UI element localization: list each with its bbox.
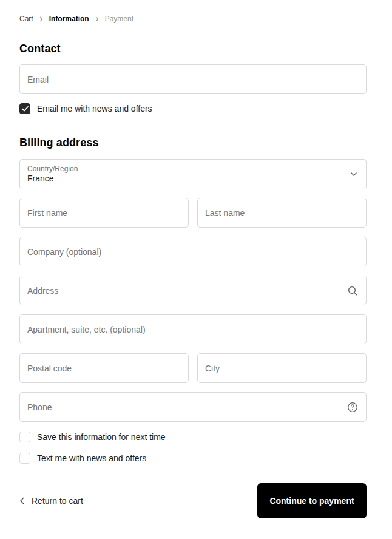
company-field-wrapper xyxy=(19,237,367,266)
postal-city-row xyxy=(19,353,367,392)
city-field-wrapper xyxy=(197,353,367,383)
country-select-value: France xyxy=(27,173,344,184)
contact-heading: Contact xyxy=(19,42,367,55)
chevron-right-icon xyxy=(95,16,100,22)
name-row xyxy=(19,198,367,237)
sms-label: Text me with news and offers xyxy=(37,453,146,463)
chevron-left-icon xyxy=(19,497,25,504)
help-circle-icon[interactable] xyxy=(347,402,358,413)
address-input[interactable] xyxy=(20,276,366,305)
last-name-field-wrapper xyxy=(197,198,367,228)
email-newsletter-label: Email me with news and offers xyxy=(37,104,152,114)
email-newsletter-checkbox[interactable] xyxy=(19,103,30,114)
first-name-input[interactable] xyxy=(20,198,188,227)
save-info-checkbox[interactable] xyxy=(19,432,30,442)
email-input[interactable] xyxy=(20,65,366,93)
email-field-wrapper xyxy=(19,64,367,94)
company-input[interactable] xyxy=(20,237,366,266)
save-info-label: Save this information for next time xyxy=(37,432,166,442)
country-select-label: Country/Region xyxy=(27,164,344,173)
checkout-page: Cart Information Payment Contact Email m… xyxy=(0,0,392,518)
postal-code-input[interactable] xyxy=(20,354,188,382)
search-icon xyxy=(347,285,358,296)
breadcrumb-information: Information xyxy=(49,15,89,22)
email-newsletter-option[interactable]: Email me with news and offers xyxy=(19,103,367,114)
postal-code-field-wrapper xyxy=(19,353,189,383)
apartment-input[interactable] xyxy=(20,315,366,344)
continue-to-payment-button[interactable]: Continue to payment xyxy=(257,483,367,518)
breadcrumb: Cart Information Payment xyxy=(19,0,367,22)
country-select[interactable]: Country/Region France xyxy=(19,159,367,189)
form-footer: Return to cart Continue to payment xyxy=(19,483,367,518)
city-input[interactable] xyxy=(198,354,366,382)
checkmark-icon xyxy=(22,106,29,112)
breadcrumb-cart[interactable]: Cart xyxy=(19,15,33,22)
phone-field-wrapper xyxy=(19,392,367,422)
return-to-cart-label: Return to cart xyxy=(32,496,83,506)
save-options: Save this information for next time Text… xyxy=(19,432,367,464)
chevron-down-icon xyxy=(350,172,357,177)
billing-address-heading: Billing address xyxy=(19,137,367,149)
breadcrumb-payment: Payment xyxy=(105,15,133,22)
sms-option[interactable]: Text me with news and offers xyxy=(19,453,367,464)
return-to-cart-link[interactable]: Return to cart xyxy=(19,496,83,506)
last-name-input[interactable] xyxy=(198,198,366,227)
chevron-right-icon xyxy=(39,16,44,22)
address-field-wrapper xyxy=(19,276,367,305)
apartment-field-wrapper xyxy=(19,314,367,344)
save-info-option[interactable]: Save this information for next time xyxy=(19,432,367,442)
sms-checkbox[interactable] xyxy=(19,453,30,464)
first-name-field-wrapper xyxy=(19,198,189,228)
phone-input[interactable] xyxy=(20,393,366,421)
